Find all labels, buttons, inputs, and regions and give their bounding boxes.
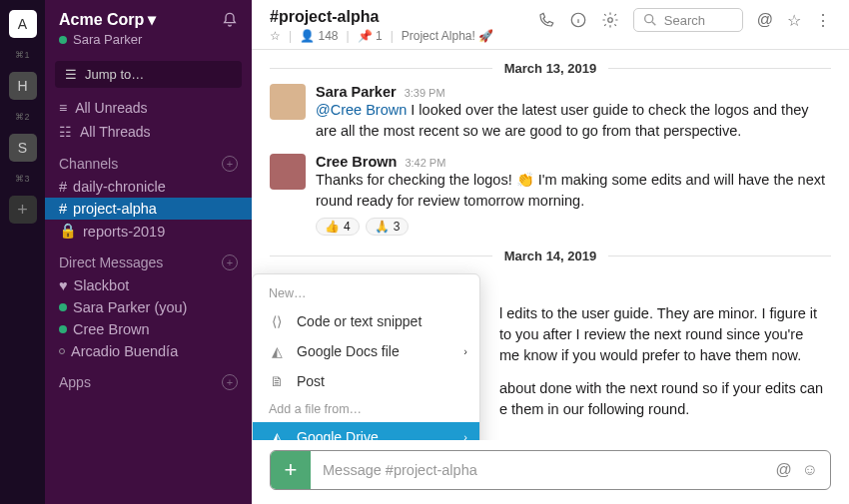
unreads-icon: ≡ <box>59 100 67 116</box>
info-icon[interactable] <box>569 11 587 29</box>
dm-item[interactable]: Sara Parker (you) <box>45 296 252 318</box>
message-partial: about done with the next round so if you… <box>499 378 831 420</box>
mentions-icon[interactable]: @ <box>757 11 773 29</box>
add-app-button[interactable]: + <box>222 374 238 390</box>
drive-icon: ◭ <box>269 429 285 440</box>
mention-icon[interactable]: @ <box>775 461 791 479</box>
presence-away-icon <box>59 348 65 354</box>
emoji-icon[interactable]: ☺ <box>802 461 818 479</box>
message[interactable]: Sara Parker3:39 PM @Cree Brown I looked … <box>270 84 831 142</box>
hash-icon: # <box>59 201 67 217</box>
workspace-item[interactable]: A <box>9 10 37 38</box>
rocket-emoji: 🚀 <box>478 29 493 43</box>
post-icon: 🗎 <box>269 373 285 389</box>
search-icon <box>642 12 658 28</box>
add-workspace-button[interactable]: + <box>9 196 37 224</box>
current-user[interactable]: Sara Parker <box>59 32 238 47</box>
more-icon[interactable]: ⋮ <box>815 11 831 30</box>
message-time: 3:39 PM <box>405 87 445 99</box>
message-composer: + Message #project-alpha @ ☺ <box>270 450 831 490</box>
chevron-right-icon: › <box>463 431 467 440</box>
chevron-right-icon: › <box>463 345 467 357</box>
attach-button[interactable]: + <box>271 451 311 489</box>
menu-section-label: New… <box>253 280 479 306</box>
message-text: l edits to the user guide. They are mino… <box>499 303 831 366</box>
message-text: Thanks for checking the logos! 👏 I'm mak… <box>316 170 831 212</box>
message-time: 3:42 PM <box>405 157 445 169</box>
star-icon[interactable]: ☆ <box>270 29 281 43</box>
message-partial: l edits to the user guide. They are mino… <box>499 271 831 366</box>
message-text: @Cree Brown I looked over the latest use… <box>316 100 831 142</box>
message-author[interactable]: Cree Brown <box>316 154 397 170</box>
add-channel-button[interactable]: + <box>222 156 238 172</box>
attachment-menu: New… ⟨⟩Code or text snippet ◭Google Docs… <box>252 273 480 440</box>
message-list: March 13, 2019 Sara Parker3:39 PM @Cree … <box>252 50 849 440</box>
reaction[interactable]: 🙏3 <box>366 218 410 236</box>
team-switcher[interactable]: Acme Corp▾ <box>59 10 238 29</box>
channel-title[interactable]: #project-alpha <box>270 8 493 26</box>
apps-section-header[interactable]: Apps + <box>45 362 252 394</box>
channel-header: #project-alpha ☆| 👤 148| 📌 1| Project Al… <box>252 0 849 50</box>
lock-icon: 🔒 <box>59 223 77 240</box>
workspace-hotkey: ⌘2 <box>15 112 29 122</box>
dm-item[interactable]: Cree Brown <box>45 318 252 340</box>
dm-item[interactable]: Arcadio Buendía <box>45 340 252 362</box>
channels-section-header[interactable]: Channels + <box>45 144 252 176</box>
channel-item[interactable]: #daily-chronicle <box>45 176 252 198</box>
add-dm-button[interactable]: + <box>222 254 238 270</box>
jump-to-input[interactable]: ☰ Jump to… <box>55 61 242 88</box>
threads-icon: ☷ <box>59 124 72 140</box>
channel-item-active[interactable]: #project-alpha <box>45 198 252 220</box>
star-icon[interactable]: ☆ <box>787 11 801 30</box>
channel-item[interactable]: 🔒reports-2019 <box>45 220 252 243</box>
sidebar: Acme Corp▾ Sara Parker ☰ Jump to… ≡All U… <box>45 0 252 504</box>
mention[interactable]: @Cree Brown <box>316 102 407 118</box>
code-icon: ⟨⟩ <box>269 313 285 329</box>
presence-active-icon <box>59 325 67 333</box>
date-divider: March 14, 2019 <box>270 248 831 263</box>
search-input[interactable]: Search <box>633 8 743 32</box>
menu-item-google-docs[interactable]: ◭Google Docs file› <box>253 336 479 366</box>
message[interactable]: Cree Brown3:42 PM Thanks for checking th… <box>270 154 831 236</box>
menu-section-label: Add a file from… <box>253 396 479 422</box>
pins-count[interactable]: 📌 1 <box>358 29 383 43</box>
bell-icon[interactable] <box>222 12 238 28</box>
main-column: #project-alpha ☆| 👤 148| 📌 1| Project Al… <box>252 0 849 504</box>
menu-item-code-snippet[interactable]: ⟨⟩Code or text snippet <box>253 306 479 336</box>
drive-icon: ◭ <box>269 343 285 359</box>
menu-item-google-drive[interactable]: ◭Google Drive› <box>253 422 479 440</box>
workspace-rail: A ⌘1 H ⌘2 S ⌘3 + <box>0 0 45 504</box>
message-text: about done with the next round so if you… <box>499 378 831 420</box>
members-count[interactable]: 👤 148 <box>300 29 338 43</box>
presence-active-icon <box>59 36 67 44</box>
workspace-item[interactable]: S <box>9 134 37 162</box>
jump-icon: ☰ <box>65 67 77 82</box>
avatar[interactable] <box>270 154 306 190</box>
dm-item[interactable]: ♥Slackbot <box>45 274 252 296</box>
svg-point-2 <box>644 15 652 23</box>
heart-icon: ♥ <box>59 277 68 293</box>
all-threads-link[interactable]: ☷All Threads <box>45 120 252 144</box>
channel-topic[interactable]: Project Alpha! 🚀 <box>402 29 493 43</box>
call-icon[interactable] <box>537 11 555 29</box>
gear-icon[interactable] <box>601 11 619 29</box>
team-name: Acme Corp <box>59 11 144 29</box>
reaction[interactable]: 👍4 <box>316 218 360 236</box>
avatar[interactable] <box>270 84 306 120</box>
hash-icon: # <box>59 179 67 195</box>
presence-active-icon <box>59 303 67 311</box>
date-divider: March 13, 2019 <box>270 60 831 76</box>
all-unreads-link[interactable]: ≡All Unreads <box>45 96 252 120</box>
workspace-item[interactable]: H <box>9 72 37 100</box>
message-author[interactable]: Sara Parker <box>316 84 397 100</box>
composer-input[interactable]: Message #project-alpha <box>311 462 775 478</box>
menu-item-post[interactable]: 🗎Post <box>253 366 479 396</box>
svg-point-1 <box>608 18 613 23</box>
clap-emoji: 👏 <box>516 172 534 188</box>
dm-section-header[interactable]: Direct Messages + <box>45 243 252 274</box>
chevron-down-icon: ▾ <box>148 10 156 29</box>
workspace-hotkey: ⌘3 <box>15 174 29 184</box>
workspace-hotkey: ⌘1 <box>15 50 29 60</box>
